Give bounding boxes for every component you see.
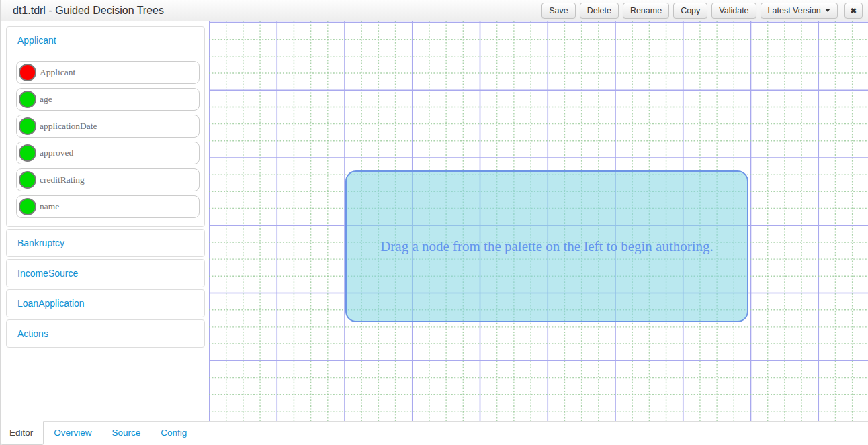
tab-source[interactable]: Source xyxy=(102,422,151,445)
palette-section-incomesource: IncomeSource xyxy=(6,259,205,287)
palette-section-header-loanapplication[interactable]: LoanApplication xyxy=(7,290,204,317)
palette-item-label: approved xyxy=(40,148,73,158)
field-node-icon xyxy=(19,91,36,108)
palette-section-link-applicant[interactable]: Applicant xyxy=(17,35,56,46)
palette-item-label: applicationDate xyxy=(40,121,97,132)
palette-item-creditrating[interactable]: creditRating xyxy=(16,168,200,191)
guided-decision-trees-editor: dt1.tdrl - Guided Decision Trees Save De… xyxy=(0,0,868,445)
editor-tab-bar: Editor Overview Source Config xyxy=(1,421,868,445)
canvas-placeholder-message: Drag a node from the palette on the left… xyxy=(380,238,713,255)
field-node-icon xyxy=(19,117,36,135)
validate-button[interactable]: Validate xyxy=(711,3,756,19)
palette-item-name[interactable]: name xyxy=(16,195,200,218)
palette-section-bankruptcy: Bankruptcy xyxy=(6,229,205,257)
palette-section-link-bankruptcy[interactable]: Bankruptcy xyxy=(17,238,64,248)
close-button[interactable]: ✖ xyxy=(844,3,863,19)
palette-section-actions: Actions xyxy=(6,319,205,348)
editor-content: Applicant Applicant age applicationDate xyxy=(1,21,868,421)
rename-button[interactable]: Rename xyxy=(623,3,669,19)
palette-section-loanapplication: LoanApplication xyxy=(6,289,205,317)
palette-item-applicationdate[interactable]: applicationDate xyxy=(16,115,200,138)
palette-item-label: creditRating xyxy=(40,175,85,185)
palette-item-applicant[interactable]: Applicant xyxy=(16,61,200,84)
palette-section-header-applicant[interactable]: Applicant xyxy=(7,27,204,54)
palette-section-applicant: Applicant Applicant age applicationDate xyxy=(6,26,205,227)
close-icon: ✖ xyxy=(851,6,857,15)
palette-section-link-actions[interactable]: Actions xyxy=(17,328,48,339)
page-title: dt1.tdrl - Guided Decision Trees xyxy=(13,5,541,17)
type-node-icon xyxy=(19,64,36,81)
palette-section-body-applicant: Applicant age applicationDate approved xyxy=(7,54,204,226)
palette-section-header-actions[interactable]: Actions xyxy=(7,320,204,347)
palette-item-label: name xyxy=(40,201,59,212)
canvas-placeholder-node: Drag a node from the palette on the left… xyxy=(345,170,748,322)
tab-overview[interactable]: Overview xyxy=(44,422,101,445)
palette-item-label: age xyxy=(40,94,52,105)
editor-toolbar: Save Delete Rename Copy Validate Latest … xyxy=(541,3,863,19)
editor-title-bar: dt1.tdrl - Guided Decision Trees Save De… xyxy=(1,0,868,21)
delete-button[interactable]: Delete xyxy=(580,3,619,19)
palette-item-age[interactable]: age xyxy=(16,88,200,111)
palette-section-header-incomesource[interactable]: IncomeSource xyxy=(7,260,204,287)
decision-tree-canvas[interactable]: Drag a node from the palette on the left… xyxy=(209,21,868,421)
copy-button[interactable]: Copy xyxy=(673,3,707,19)
version-dropdown-button[interactable]: Latest Version xyxy=(761,3,838,19)
palette-section-link-loanapplication[interactable]: LoanApplication xyxy=(17,298,85,309)
node-palette: Applicant Applicant age applicationDate xyxy=(1,21,209,421)
field-node-icon xyxy=(19,198,36,215)
save-button[interactable]: Save xyxy=(541,3,576,19)
field-node-icon xyxy=(19,171,36,189)
caret-down-icon xyxy=(825,9,830,12)
tab-config[interactable]: Config xyxy=(150,422,197,445)
palette-item-approved[interactable]: approved xyxy=(16,142,200,164)
palette-section-link-incomesource[interactable]: IncomeSource xyxy=(17,268,78,279)
palette-section-header-bankruptcy[interactable]: Bankruptcy xyxy=(7,230,204,256)
palette-item-label: Applicant xyxy=(40,67,75,78)
version-dropdown-label: Latest Version xyxy=(768,6,821,15)
field-node-icon xyxy=(19,144,36,162)
tab-editor[interactable]: Editor xyxy=(1,421,44,445)
